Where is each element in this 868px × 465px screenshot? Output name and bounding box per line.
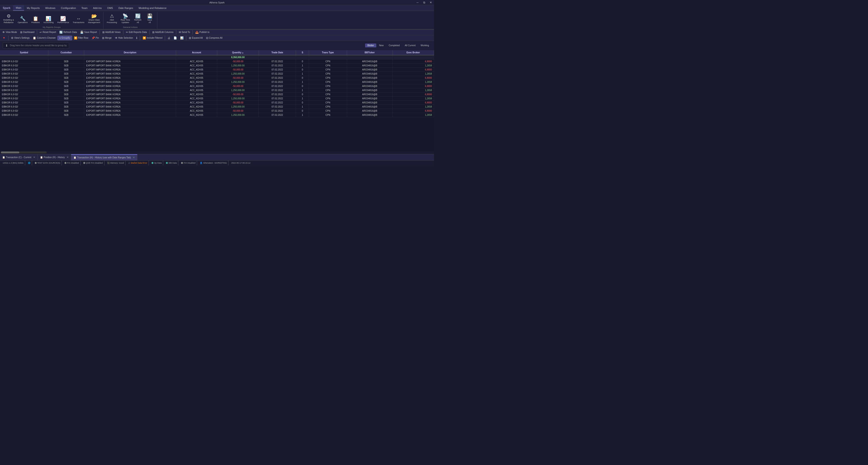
export-button[interactable]: 📊 [179,36,185,40]
table-row[interactable]: EIBKOR 6.9 02/ SEB EXPORT-IMPORT BANK KO… [0,72,434,76]
table-row[interactable]: EIBKOR 6.9 02/ SEB EXPORT-IMPORT BANK KO… [0,84,434,88]
pin-button[interactable]: 📌 Pin [90,36,100,40]
col-header-exec-broker[interactable]: Exec Broker [393,50,434,55]
cell-account: ACC_KEH35 [176,96,217,100]
print1-button[interactable]: 🖨 [166,36,172,40]
table-row[interactable]: EIBKOR 6.9 02/ SEB EXPORT-IMPORT BANK KO… [0,100,434,104]
grid-header-row: Symbol Custodian Description Account Qua… [0,50,434,55]
table-row[interactable]: EIBKOR 6.9 02/ SEB EXPORT-IMPORT BANK KO… [0,59,434,63]
close-button[interactable]: ✕ [428,0,434,5]
tab-new[interactable]: New [377,43,386,48]
table-row[interactable]: EIBKOR 6.9 02/ SEB EXPORT-IMPORT BANK KO… [0,96,434,100]
ribbon-btn-positions[interactable]: 📋 Positions [30,16,41,25]
horizontal-scrollbar[interactable] [0,151,434,154]
dashboard-button[interactable]: ⊞ Dashboard [19,30,36,34]
close-tab-transaction-history[interactable]: ✕ [133,156,135,159]
groupby-button[interactable]: ≡ GroupBy [58,36,72,40]
menu-item-configuration[interactable]: Configuration [58,5,79,11]
save-report-button[interactable]: 💾 Save Report [79,30,98,34]
table-row[interactable]: EIBKOR 6.9 02/ SEB EXPORT-IMPORT BANK KO… [0,76,434,80]
menu-item-add-ins[interactable]: Add-Ins [90,5,104,11]
table-row[interactable]: EIBKOR 6.9 02/ SEB EXPORT-IMPORT BANK KO… [0,113,434,117]
table-row[interactable]: EIBKOR 6.9 02/ SEB EXPORT-IMPORT BANK KO… [0,104,434,109]
bottom-tab-transaction-history[interactable]: 📋 Transaction (H) - History (use with Da… [71,154,137,160]
minimize-button[interactable]: ─ [414,0,421,5]
bottom-tab-transaction-current[interactable]: 📋 Transaction (C) - Current ✕ [0,154,38,160]
menu-item-main[interactable]: Main [13,5,24,11]
close-tab-transaction-current[interactable]: ✕ [33,156,35,159]
ribbon-btn-operations[interactable]: 🔧 Operations [16,16,29,25]
spark-logo[interactable]: Spark [0,5,13,11]
ribbon-btn-accounting[interactable]: 📊 Accounting [42,16,55,25]
hide-selection-button[interactable]: 👁 Hide Selection [114,36,134,40]
cell-s: 0 [296,76,309,80]
menu-item-windows[interactable]: Windows [42,5,58,11]
restore-button[interactable]: ⧉ [421,0,427,5]
tab-working[interactable]: Working [418,43,432,48]
menu-item-modeling-rebalance[interactable]: Modeling and Rebalance [136,5,169,11]
menu-item-my-reports[interactable]: My Reports [24,5,42,11]
reset-report-button[interactable]: ↩ Reset Report [38,30,58,34]
table-row[interactable]: EIBKOR 6.9 02/ SEB EXPORT-IMPORT BANK KO… [0,67,434,72]
col-header-description[interactable]: Description [84,50,176,55]
tab-completed[interactable]: Completed [386,43,402,48]
add-edit-views-button[interactable]: ⊞ Add/Edit Views [101,30,122,34]
col-header-s[interactable]: S [296,50,309,55]
ribbon-btn-save-all[interactable]: 💾 SaveAll [144,13,155,25]
ribbon-btn-modelling-rebalance[interactable]: ⚙ Modelling &Rebalance [2,13,16,25]
ribbon-btn-share-class-mgmt[interactable]: 📂 Share ClassManagement [87,13,102,25]
menu-item-oms[interactable]: OMS [104,5,116,11]
groupby-label: GroupBy [61,37,70,39]
transactions-label: Transactions [73,21,85,24]
include-filtered-button[interactable]: 🔽 Include Filtered [141,36,164,40]
columns-chooser-button[interactable]: 📋 Column's Chooser [31,36,57,40]
filter-icon-button[interactable]: 🔻 [1,36,7,40]
groupby-wrapper: ⬇ Drag here the column header you would … [0,41,434,50]
tab-all-current[interactable]: All Current [402,43,418,48]
ribbon-btn-refresh-all[interactable]: 🔄 RefreshAll [132,13,143,25]
menu-item-date-ranges[interactable]: Date Ranges [116,5,136,11]
ribbon-btn-realtime-updates[interactable]: 📡 Real-TimeUpdates [119,13,131,25]
table-row[interactable]: EIBKOR 6.9 02/ SEB EXPORT-IMPORT BANK KO… [0,63,434,67]
table-row[interactable]: EIBKOR 6.9 02/ SEB EXPORT-IMPORT BANK KO… [0,80,434,84]
print2-button[interactable]: 📄 [172,36,178,40]
filter-row-button[interactable]: 🔽 Filter Row [72,36,90,40]
table-row[interactable]: EIBKOR 6.9 02/ SEB EXPORT-IMPORT BANK KO… [0,92,434,96]
table-row[interactable]: EIBKOR 6.9 02/ SEB EXPORT-IMPORT BANK KO… [0,88,434,92]
cell-bbticker: ARO34816@B [347,80,393,84]
ribbon-btn-alert-processing[interactable]: ⚠ AlertProcessing [105,13,118,25]
tab-blotter[interactable]: Blotter [365,43,376,48]
col-header-bbticker[interactable]: BBTicker [347,50,393,55]
col-header-quantity[interactable]: Quantity [217,50,259,55]
publish-to-button[interactable]: 📤 Publish to [194,30,211,34]
menu-item-team[interactable]: Team [79,5,90,11]
cell-s: 0 [296,92,309,96]
refresh-data-button[interactable]: 🔄 Refresh Data [58,30,78,34]
cell-trans-type: CPN [309,76,347,80]
ribbon-btn-transactions[interactable]: ↔ Transactions [71,16,86,25]
expand-all-button[interactable]: ⊞ Expand All [187,36,204,40]
ribbon-btn-performance[interactable]: 📈 Performance [56,16,70,25]
views-settings-button[interactable]: ⚙ View's Settings [10,36,31,40]
col-header-custodian[interactable]: Custodian [48,50,84,55]
merge-button[interactable]: ⊞ Merge [101,36,113,40]
datetime-item: 2022-05-17 09:15:12 [230,161,252,165]
scrollbar-track[interactable] [1,152,47,153]
grid-container[interactable]: Symbol Custodian Description Account Qua… [0,50,434,151]
close-tab-position-history[interactable]: ✕ [67,156,69,159]
add-edit-columns-button[interactable]: ⊞ Add/Edit Columns [151,30,175,34]
col-header-trans-type[interactable]: Trans Type [309,50,347,55]
col-header-symbol[interactable]: Symbol [0,50,48,55]
scrollbar-thumb[interactable] [1,152,19,153]
compress-all-button[interactable]: ⊟ Compress All [205,36,224,40]
bottom-tab-position-history[interactable]: 📋 Position (H) - History ✕ [38,154,71,160]
table-row[interactable]: EIBKOR 6.9 02/ SEB EXPORT-IMPORT BANK KO… [0,109,434,113]
col-header-account[interactable]: Account [176,50,217,55]
info-button[interactable]: ℹ [135,36,139,40]
col-header-trade-date[interactable]: Trade Date [259,50,296,55]
send-to-button[interactable]: ✉ Send To [177,30,192,34]
view-mode-button[interactable]: 👁 View Mode [1,30,18,34]
groupby-drop-area[interactable]: ⬇ Drag here the column header you would … [3,42,69,49]
cell-symbol: EIBKOR 6.9 02/ [0,63,48,67]
edit-reports-data-button[interactable]: ✏ Edit Reports Data [125,30,148,34]
